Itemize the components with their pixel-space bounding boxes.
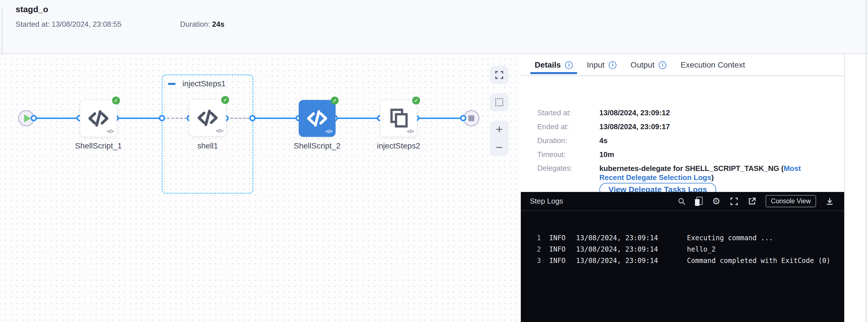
step-type-icon: </> xyxy=(326,128,333,135)
success-check-icon: ✓ xyxy=(112,96,120,105)
step-node-label: injectSteps2 xyxy=(356,141,441,150)
info-icon[interactable]: i xyxy=(565,61,573,69)
field-label: Started at: xyxy=(537,109,599,117)
step-logs-toolbar: ⚙ Console View xyxy=(678,195,834,207)
step-logs-console[interactable]: 1INFO13/08/2024, 23:09:14Executing comma… xyxy=(521,211,844,266)
log-timestamp: 13/08/2024, 23:09:14 xyxy=(576,257,658,265)
step-node-label: ShellScript_1 xyxy=(56,141,141,150)
tab-execution-context[interactable]: Execution Context xyxy=(681,60,745,69)
log-timestamp: 13/08/2024, 23:09:14 xyxy=(576,234,658,242)
log-line-number: 3 xyxy=(534,255,541,266)
log-line-number: 1 xyxy=(534,232,541,244)
log-timestamp: 13/08/2024, 23:09:14 xyxy=(576,245,658,253)
started-at-text: Started at: 13/08/2024, 23:08:55 xyxy=(16,20,121,29)
tab-label: Output xyxy=(630,60,654,69)
success-check-icon: ✓ xyxy=(331,96,339,105)
stage-title: stagd_o xyxy=(16,4,48,14)
tab-output[interactable]: Output i xyxy=(630,60,666,69)
log-line: 1INFO13/08/2024, 23:09:14Executing comma… xyxy=(521,232,844,244)
play-icon xyxy=(24,114,31,122)
connector-dot xyxy=(460,115,466,121)
stage-header: stagd_o Started at: 13/08/2024, 23:08:55… xyxy=(0,0,868,54)
edge-node2-to-group-exit xyxy=(225,118,252,119)
step-node-shellscript-1[interactable]: </> ✓ xyxy=(80,100,117,137)
edge-start-to-node1 xyxy=(34,118,80,119)
field-label: Delegates: xyxy=(537,164,599,182)
field-value: 13/08/2024, 23:09:12 xyxy=(599,109,670,117)
marquee-select-icon xyxy=(495,98,503,106)
step-logs-title: Step Logs xyxy=(530,197,563,206)
tab-label: Execution Context xyxy=(681,60,745,69)
copy-steps-icon xyxy=(388,108,409,128)
tab-details[interactable]: Details i xyxy=(535,60,573,69)
edge-node3-to-node4 xyxy=(335,118,380,119)
step-logs-panel: Step Logs ⚙ Console View 1INF xyxy=(521,192,844,322)
tab-label: Details xyxy=(535,60,561,69)
pipeline-execution-page: stagd_o Started at: 13/08/2024, 23:08:55… xyxy=(0,0,868,322)
duration-text: Duration: 24s xyxy=(180,20,224,29)
step-group-label: injectSteps1 xyxy=(182,79,226,88)
tab-input[interactable]: Input i xyxy=(587,60,616,69)
field-label: Ended at: xyxy=(537,122,599,131)
step-logs-header: Step Logs ⚙ Console View xyxy=(521,192,844,211)
edge-node1-to-group xyxy=(116,118,162,119)
canvas-marquee-select-button[interactable] xyxy=(490,93,508,111)
code-icon xyxy=(306,108,328,129)
connector-dot xyxy=(159,115,165,121)
step-group-header[interactable]: injectSteps1 xyxy=(168,79,226,88)
log-level: INFO xyxy=(549,245,566,253)
collapse-minus-icon[interactable] xyxy=(168,83,176,85)
field-label: Duration: xyxy=(537,136,599,145)
edge-group-to-node3 xyxy=(252,118,299,119)
code-icon xyxy=(88,108,109,129)
delegates-value: kubernetes-delegate for SHELL_SCRIPT_TAS… xyxy=(599,164,815,182)
edge-node4-to-end xyxy=(416,118,463,119)
pipeline-graph-canvas[interactable]: injectSteps1 xyxy=(0,55,520,322)
field-started-at: Started at: 13/08/2024, 23:09:12 xyxy=(537,109,670,117)
stop-icon xyxy=(468,115,474,121)
info-icon[interactable]: i xyxy=(609,61,616,69)
step-type-icon: </> xyxy=(107,128,114,135)
gear-icon[interactable]: ⚙ xyxy=(712,197,720,206)
step-type-icon: </> xyxy=(407,128,414,135)
log-message: Executing command ... xyxy=(687,234,773,242)
edge-group-to-node2 xyxy=(162,118,190,119)
duration-label: Duration: xyxy=(180,20,212,28)
field-timeout: Timeout: 10m xyxy=(537,150,614,159)
field-value: 13/08/2024, 23:09:17 xyxy=(599,122,670,131)
log-level: INFO xyxy=(549,257,566,265)
log-message: hello_2 xyxy=(687,245,716,253)
step-type-icon: </> xyxy=(216,128,223,134)
step-node-label: ShellScript_2 xyxy=(275,141,360,150)
field-duration: Duration: 4s xyxy=(537,136,608,145)
copy-icon[interactable] xyxy=(695,197,703,206)
console-view-button[interactable]: Console View xyxy=(766,195,816,207)
connector-dot xyxy=(249,115,255,121)
zoom-in-button[interactable]: + xyxy=(496,123,503,136)
duration-value: 24s xyxy=(212,20,224,28)
field-delegates: Delegates: kubernetes-delegate for SHELL… xyxy=(537,164,815,182)
code-icon xyxy=(197,107,218,128)
open-external-icon[interactable] xyxy=(748,197,756,206)
success-check-icon: ✓ xyxy=(221,96,229,104)
step-node-injectsteps2[interactable]: </> ✓ xyxy=(380,100,417,137)
page-scrollbar[interactable] xyxy=(866,0,866,322)
expand-fullscreen-icon[interactable] xyxy=(730,197,738,206)
connector-dot xyxy=(31,115,37,121)
step-node-shell1[interactable]: </> ✓ xyxy=(189,99,226,136)
field-value: 4s xyxy=(599,136,608,145)
log-line: 2INFO13/08/2024, 23:09:14hello_2 xyxy=(521,244,844,255)
canvas-fullscreen-button[interactable] xyxy=(490,66,508,84)
zoom-out-button[interactable]: − xyxy=(496,141,503,153)
log-message: Command completed with ExitCode (0) xyxy=(687,257,831,265)
canvas-zoom-control: + − xyxy=(490,121,508,156)
details-tabs: Details i Input i Output i Execution Con… xyxy=(521,55,844,76)
search-icon[interactable] xyxy=(678,197,686,205)
log-level: INFO xyxy=(549,234,566,242)
step-node-shellscript-2-selected[interactable]: </> ✓ xyxy=(299,100,336,137)
download-icon[interactable] xyxy=(826,197,834,206)
success-check-icon: ✓ xyxy=(412,96,420,105)
step-node-label: shell1 xyxy=(165,141,250,150)
info-icon[interactable]: i xyxy=(659,61,666,69)
log-line-number: 2 xyxy=(534,244,541,255)
